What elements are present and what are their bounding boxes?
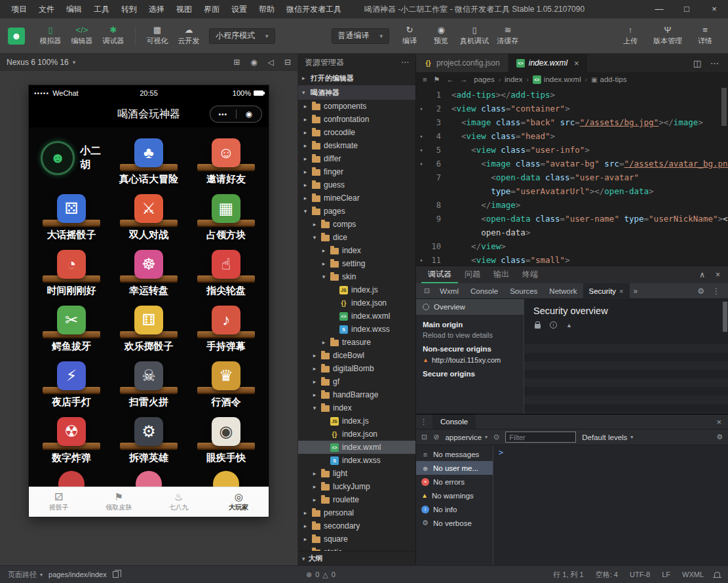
close-tab-icon[interactable]: × (574, 58, 579, 68)
inspect-element-icon[interactable]: ⊡ (420, 287, 434, 295)
game-item[interactable]: ⚙拆弹英雄 (110, 417, 187, 464)
game-item[interactable]: ⚔双人对战 (110, 194, 187, 241)
tree-item[interactable]: ▸confrontation (298, 113, 415, 126)
tree-item[interactable]: ▸gf (298, 375, 415, 388)
game-item[interactable]: ♛行酒令 (187, 361, 265, 409)
clear-console-icon[interactable]: ⊘ (433, 433, 439, 441)
context-select[interactable]: appservice ▾ (445, 433, 488, 441)
bell-icon[interactable] (714, 572, 720, 577)
console-filter-item[interactable]: ▲No warnings (416, 489, 493, 502)
console-filter-item[interactable]: ⚙No verbose (416, 516, 493, 530)
game-item[interactable]: ☝指尖轮盘 (187, 250, 265, 297)
close-tab-icon[interactable]: × (619, 283, 623, 299)
split-editor-icon[interactable]: ◫ (693, 58, 701, 68)
more-tabs-icon[interactable]: » (630, 287, 642, 296)
code-line[interactable]: type="userAvatarUrl"></open-data> (416, 184, 728, 198)
code-line[interactable]: ▾2<view class="container"> (416, 102, 728, 115)
tree-item[interactable]: ▸roulette (298, 493, 415, 506)
compile-button[interactable]: ↻编译 (394, 26, 425, 46)
menu-item[interactable]: 视图 (170, 0, 198, 18)
code-line[interactable]: 10 </view> (416, 239, 728, 253)
close-panel-icon[interactable]: × (716, 270, 720, 279)
more-menu-button[interactable]: ••• (210, 111, 236, 118)
collapse-panel-icon[interactable]: ∧ (699, 270, 705, 279)
tree-item[interactable]: ▸handBarrage (298, 388, 415, 401)
code-editor[interactable]: 1<add-tips></add-tips>▾2<view class="con… (416, 87, 728, 266)
tree-item[interactable]: {}index.json (298, 296, 415, 310)
minimize-button[interactable]: — (645, 0, 673, 18)
tree-item[interactable]: ▸personal (298, 506, 415, 519)
debugger-toggle[interactable]: ✱调试器 (98, 26, 128, 46)
tree-item[interactable]: Sindex.wxss (298, 323, 415, 336)
tree-item[interactable]: ▸index (298, 244, 415, 257)
code-line[interactable]: 8 </image> (416, 198, 728, 212)
status-item[interactable]: WXML (682, 571, 704, 578)
tree-item[interactable]: ▾index (298, 401, 415, 414)
breadcrumb-item[interactable]: ▣add-tips (591, 75, 626, 83)
cloud-dev-button[interactable]: ☁云开发 (174, 26, 204, 46)
menu-item[interactable]: 转到 (115, 0, 143, 18)
editor-toggle[interactable]: </>编辑器 (67, 26, 97, 46)
status-item[interactable]: UTF-8 (630, 571, 650, 578)
record-icon[interactable]: ◉ (250, 58, 257, 67)
menu-item[interactable]: 编辑 (60, 0, 88, 18)
menu-item[interactable]: 设置 (225, 0, 253, 18)
tree-item[interactable]: ▸components (298, 100, 415, 113)
devtools-tab-Network[interactable]: Network (543, 283, 583, 299)
code-line[interactable]: 7 <open-data class="user-avatar" (416, 171, 728, 184)
tree-item[interactable]: {}index.json (298, 428, 415, 441)
simulator-toggle[interactable]: ▯模拟器 (35, 26, 66, 46)
editor-more-icon[interactable]: ⋯ (710, 58, 719, 68)
menu-item[interactable]: 项目 (5, 0, 33, 18)
code-line[interactable]: open-data> (416, 226, 728, 239)
eye-icon[interactable]: ⊙ (493, 433, 499, 441)
devtools-tab-Wxml[interactable]: Wxml (434, 283, 465, 299)
menu-item[interactable]: 帮助 (253, 0, 280, 18)
tree-item[interactable]: ▸square (298, 533, 415, 546)
close-button[interactable]: × (700, 0, 728, 18)
tree-item[interactable]: ▸guess (298, 178, 415, 191)
tree-item[interactable]: ▸treasure (298, 336, 415, 349)
device-selector[interactable]: Nexus 6 100% 16 ▾ (7, 58, 75, 67)
code-line[interactable]: 9 <open-data class="user-name" type="use… (416, 212, 728, 226)
code-line[interactable]: 3 <image class="back" src="/assets/bg.jp… (416, 115, 728, 129)
back-icon[interactable]: ← (446, 75, 453, 83)
status-item[interactable]: 空格: 4 (596, 570, 618, 580)
version-control-button[interactable]: Ψ版本管理 (651, 26, 685, 46)
game-item[interactable]: ⚅欢乐掷骰子 (110, 306, 187, 353)
menu-item[interactable]: 工具 (88, 0, 115, 18)
game-item[interactable]: ☢数字炸弹 (33, 417, 110, 464)
nonsecure-origin-item[interactable]: ▲ http://touzi.115xy.com (416, 353, 524, 364)
dock-icon[interactable]: ⊡ (421, 433, 427, 441)
code-line[interactable]: 1<add-tips></add-tips> (416, 88, 728, 102)
devtools-menu-icon[interactable]: ⋮ (712, 287, 720, 296)
game-item[interactable]: ☠扫雷火拼 (110, 361, 187, 409)
menu-item[interactable]: 微信开发者工具 (280, 0, 347, 18)
preview-button[interactable]: ◉预览 (426, 26, 456, 46)
console-filter-input[interactable] (505, 432, 576, 443)
home-button[interactable]: ◉ (237, 110, 262, 119)
mute-icon[interactable]: ◁ (268, 58, 274, 67)
tree-item[interactable]: ▾skin (298, 270, 415, 283)
game-item[interactable]: ♪手持弹幕 (187, 306, 265, 353)
code-line[interactable]: ▾11 <view class="small"> (416, 253, 728, 266)
rotate-device-icon[interactable]: ⊞ (233, 58, 240, 67)
tree-item[interactable]: ▸diceBowl (298, 349, 415, 362)
details-button[interactable]: ≡详情 (690, 26, 720, 46)
fold-icon[interactable]: ▾ (416, 133, 427, 140)
debugger-tab[interactable]: 调试器 (421, 266, 458, 283)
tree-item[interactable]: ▸luckyJump (298, 480, 415, 493)
game-item[interactable]: ✂鳄鱼拔牙 (33, 306, 110, 353)
game-item[interactable]: ◉眼疾手快 (187, 417, 265, 464)
tree-item[interactable]: ▸deskmate (298, 139, 415, 152)
game-item[interactable]: ▦占领方块 (187, 194, 265, 241)
close-drawer-icon[interactable]: × (716, 417, 724, 427)
console-filter-item[interactable]: ×No errors (416, 475, 493, 489)
remote-debug-button[interactable]: ▯真机调试 (457, 26, 491, 46)
tree-item[interactable]: ▸light (298, 467, 415, 480)
console-filter-item[interactable]: iNo info (416, 502, 493, 516)
tabbar-item[interactable]: ⚂摇骰子 (29, 487, 89, 517)
visualization-button[interactable]: ▦可视化 (142, 26, 172, 46)
devtools-settings-icon[interactable]: ⚙ (697, 287, 704, 296)
screenshot-icon[interactable]: ⊟ (284, 58, 291, 67)
